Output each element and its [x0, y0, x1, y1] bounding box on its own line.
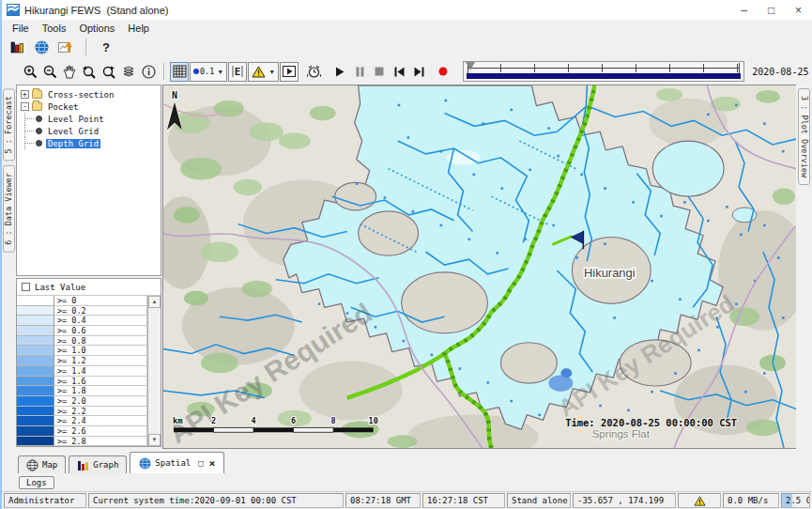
legend-row-label: >= 2.4: [54, 416, 147, 426]
tab-spatial[interactable]: Spatial □ ×: [130, 452, 224, 473]
legend-row[interactable]: >= 1.2: [17, 356, 147, 366]
labels-toggle[interactable]: E: [228, 62, 247, 82]
tab-forecast[interactable]: 5 : Forecast: [3, 88, 15, 161]
globe-icon: [35, 40, 49, 54]
tab-maximize-icon[interactable]: □: [198, 458, 203, 468]
legend-row[interactable]: >= 1.6: [17, 377, 147, 387]
menu-bar: File Tools Options Help: [2, 20, 812, 36]
play-icon: [335, 67, 345, 77]
status-warning-cell[interactable]: [678, 493, 721, 508]
legend-row[interactable]: >= 0.2: [17, 306, 147, 316]
time-slider-thumb[interactable]: [466, 62, 475, 70]
stop-button[interactable]: [370, 62, 389, 82]
svg-text:4: 4: [252, 416, 256, 425]
animate-forward-button[interactable]: [280, 62, 299, 82]
zoom-out-button[interactable]: [40, 62, 59, 82]
logs-row: Logs: [2, 473, 812, 491]
tree-item-cross-section[interactable]: +Cross-section: [17, 88, 161, 100]
legend-color-swatch: [17, 396, 54, 407]
tree-item-label[interactable]: Level Grid: [46, 127, 100, 136]
play-button[interactable]: [330, 62, 349, 82]
contour-interval-dropdown[interactable]: 0.1 ▼: [190, 62, 227, 82]
tab-close-icon[interactable]: ×: [209, 457, 216, 470]
timeseries-button[interactable]: [56, 38, 75, 57]
tree-item-label[interactable]: Pocket: [46, 102, 81, 112]
help-button[interactable]: ?: [97, 38, 115, 57]
record-button[interactable]: [434, 62, 452, 82]
zoom-previous-button[interactable]: [80, 62, 99, 82]
scroll-down-icon[interactable]: ▼: [148, 434, 161, 446]
close-button[interactable]: ×: [785, 1, 812, 20]
legend-color-swatch: [17, 377, 54, 387]
tree-expander-icon[interactable]: +: [21, 90, 29, 99]
zoom-in-button[interactable]: [21, 62, 39, 82]
database-viewer-button[interactable]: [8, 38, 26, 57]
legend-row-label: >= 0.8: [54, 336, 147, 347]
map-view[interactable]: API Key Required API Key Required Hikura…: [162, 85, 796, 449]
time-slider[interactable]: [463, 61, 744, 82]
pause-button[interactable]: [350, 62, 369, 82]
legend-color-swatch: [17, 437, 54, 446]
legend-row[interactable]: >= 2.2: [17, 407, 147, 417]
maximize-button[interactable]: □: [758, 1, 785, 20]
status-mode: Stand alone: [507, 493, 571, 508]
minimize-button[interactable]: –: [730, 1, 758, 20]
stop-icon: [375, 67, 384, 76]
menu-tools[interactable]: Tools: [36, 22, 73, 35]
legend-row-label: >= 1.2: [54, 356, 147, 366]
legend-row[interactable]: >= 0.8: [17, 336, 147, 347]
timer-icon: [307, 65, 321, 79]
menu-help[interactable]: Help: [121, 22, 156, 35]
layers-button[interactable]: [119, 62, 138, 82]
legend-row[interactable]: >= 0.4: [17, 316, 147, 326]
zoom-next-button[interactable]: [100, 62, 118, 82]
bottom-tab-bar: Map Graph Spatial □ ×: [2, 449, 812, 473]
spatial-display-button[interactable]: [32, 38, 51, 57]
grid-display-toggle[interactable]: [170, 62, 189, 82]
tab-map[interactable]: Map: [18, 455, 66, 473]
logs-button[interactable]: Logs: [19, 476, 54, 489]
tree-expander-icon[interactable]: -: [21, 102, 29, 111]
area-label-springs-flat: Springs Flat: [592, 428, 651, 440]
legend-scrollbar[interactable]: ▲ ▼: [147, 296, 161, 446]
legend-row[interactable]: >= 2.6: [17, 426, 147, 437]
animation-timer-button[interactable]: [304, 62, 323, 82]
svg-text:6: 6: [291, 416, 296, 425]
status-throughput: 0.0 MB/s: [723, 493, 779, 508]
map-toolbar: 0.1 ▼ E ▼: [2, 58, 812, 85]
zoom-in-icon: [23, 65, 38, 79]
scroll-up-icon[interactable]: ▲: [148, 296, 161, 308]
tree-item-pocket[interactable]: -Pocket: [17, 100, 161, 113]
legend-row[interactable]: >= 1.4: [17, 366, 147, 377]
tree-item-label[interactable]: Cross-section: [46, 90, 115, 100]
tree-item-label[interactable]: Depth Grid: [46, 139, 100, 148]
legend-row[interactable]: >= 2.0: [17, 396, 147, 407]
info-button[interactable]: [139, 62, 158, 82]
pan-hand-icon: [63, 65, 76, 79]
legend-row[interactable]: >= 2.4: [17, 416, 147, 426]
legend-row[interactable]: >= 0.6: [17, 326, 147, 336]
map-canvas[interactable]: API Key Required API Key Required Hikura…: [163, 85, 796, 448]
tree-item-level-point[interactable]: Level Point: [17, 113, 161, 125]
tree-item-depth-grid[interactable]: Depth Grid: [17, 137, 161, 149]
tree-item-level-grid[interactable]: Level Grid: [17, 125, 161, 137]
legend-row-label: >= 1.4: [54, 366, 147, 377]
tab-data-viewer[interactable]: 6 : Data Viewer: [3, 165, 15, 253]
step-forward-button[interactable]: [409, 62, 428, 82]
tree-item-label[interactable]: Level Point: [46, 115, 106, 124]
legend-row[interactable]: >= 1.0: [17, 346, 147, 356]
tab-plot-overview[interactable]: 3 : Plot Overview: [798, 88, 810, 185]
legend-row[interactable]: >= 1.8: [17, 386, 147, 396]
svg-text:10: 10: [369, 416, 378, 425]
legend-row[interactable]: >= 2.8: [17, 437, 147, 446]
legend-row-label: >= 1.6: [54, 377, 147, 387]
legend-row[interactable]: >= 0: [17, 296, 147, 306]
tab-graph-label: Graph: [93, 460, 118, 470]
menu-file[interactable]: File: [6, 22, 36, 35]
step-back-button[interactable]: [390, 62, 408, 82]
tab-graph[interactable]: Graph: [69, 455, 127, 473]
thresholds-dropdown[interactable]: ▼: [248, 62, 279, 82]
last-value-checkbox[interactable]: [22, 283, 30, 291]
menu-options[interactable]: Options: [72, 22, 121, 35]
pan-button[interactable]: [60, 62, 79, 82]
